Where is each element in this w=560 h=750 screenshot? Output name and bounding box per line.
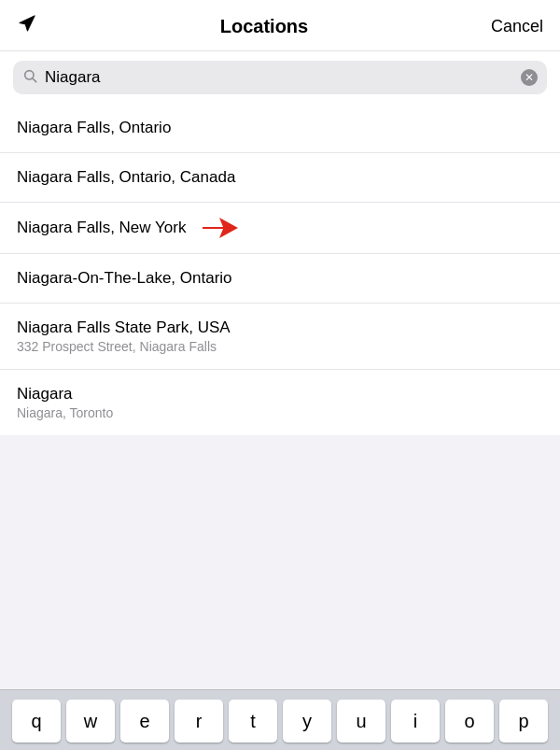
key-i[interactable]: i [391,700,440,743]
result-primary-text: Niagara Falls, New York [17,218,543,238]
key-q[interactable]: q [12,700,61,743]
list-item[interactable]: Niagara Falls, Ontario, Canada [0,153,560,203]
result-secondary-text: Niagara, Toronto [17,405,543,420]
list-item[interactable]: Niagara-On-The-Lake, Ontario [0,254,560,304]
list-item[interactable]: Niagara Falls State Park, USA332 Prospec… [0,304,560,370]
result-primary-text: Niagara Falls State Park, USA [17,318,543,337]
page-title: Locations [220,16,308,37]
results-list: Niagara Falls, OntarioNiagara Falls, Ont… [0,104,560,435]
result-primary-text: Niagara [17,385,543,403]
search-icon [22,68,37,87]
clear-search-icon[interactable]: ✕ [521,69,538,86]
key-u[interactable]: u [337,700,385,743]
key-y[interactable]: y [283,700,331,743]
key-t[interactable]: t [229,700,277,743]
result-secondary-text: 332 Prospect Street, Niagara Falls [17,339,543,354]
svg-marker-2 [203,218,238,238]
list-item[interactable]: Niagara Falls, New York [0,203,560,254]
search-bar: ✕ [13,61,547,94]
result-primary-text: Niagara-On-The-Lake, Ontario [17,269,543,288]
key-w[interactable]: w [66,700,115,743]
result-primary-text: Niagara Falls, Ontario, Canada [17,168,543,187]
key-e[interactable]: e [120,700,169,743]
key-r[interactable]: r [175,700,223,743]
key-p[interactable]: p [499,700,548,743]
search-bar-container: ✕ [0,51,560,104]
red-arrow-icon [203,218,238,238]
list-item[interactable]: NiagaraNiagara, Toronto [0,370,560,435]
keyboard: qwertyuiop [0,689,560,750]
header: Locations Cancel [0,0,560,51]
search-input[interactable] [45,68,513,87]
cancel-button[interactable]: Cancel [491,17,543,36]
location-arrow-icon [17,13,37,39]
svg-line-1 [33,78,36,82]
result-primary-text: Niagara Falls, Ontario [17,119,543,137]
key-o[interactable]: o [445,700,494,743]
list-item[interactable]: Niagara Falls, Ontario [0,104,560,153]
